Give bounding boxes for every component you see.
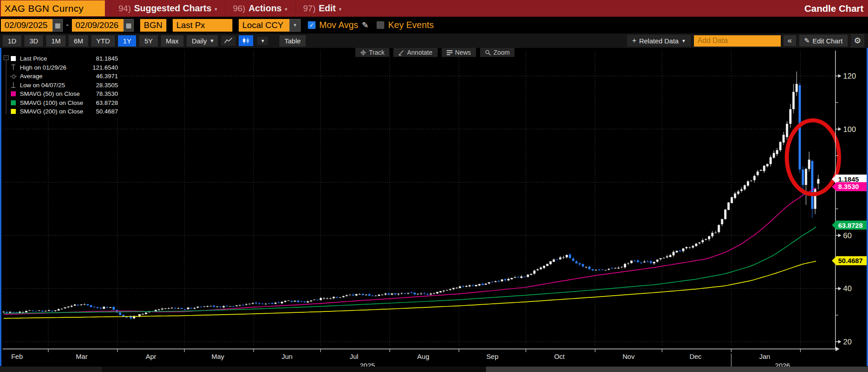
end-date-field[interactable]: 02/09/2026: [72, 19, 123, 32]
more-chart-types-dropdown[interactable]: ▼: [257, 37, 268, 45]
price-chart: 120100604020FebMarAprMayJunJulAugSepOctN…: [0, 48, 868, 372]
menu-bar: 94) Suggested Charts ▾ 96) Actions ▾ 97)…: [110, 0, 349, 17]
news-tool-button[interactable]: News: [442, 48, 476, 57]
svg-text:Jan: Jan: [759, 353, 770, 360]
legend-series-label: Low on 04/07/25: [20, 82, 88, 89]
settings-gear-icon[interactable]: ⚙: [851, 34, 864, 47]
news-icon: [447, 50, 453, 56]
menu-label: Actions: [249, 3, 282, 14]
page-title: Candle Chart: [804, 0, 868, 17]
legend-series-value: 121.6540: [88, 64, 118, 71]
collapse-panel-button[interactable]: «: [783, 35, 796, 46]
menu-suggested-charts[interactable]: 94) Suggested Charts ▾: [110, 0, 225, 17]
legend-collapse-icon[interactable]: −: [4, 55, 9, 60]
key-events-checkbox[interactable]: ✓: [377, 21, 384, 29]
legend-item[interactable]: SMAVG (200) on Close50.4687: [4, 107, 118, 116]
svg-text:50.4687: 50.4687: [838, 257, 863, 264]
toolbar-right-group: + Related Data ▼ « ✎ Edit Chart ⚙: [627, 34, 865, 47]
svg-text:May: May: [212, 353, 225, 360]
edit-pencil-icon[interactable]: ✎: [362, 20, 368, 30]
svg-text:Nov: Nov: [623, 353, 635, 360]
bottom-strip-middle: [102, 367, 486, 372]
price-field-selector[interactable]: Last Px: [173, 19, 232, 32]
bottom-strip-right: [486, 367, 868, 372]
legend-series-label: High on 01/29/26: [20, 64, 88, 71]
pricing-source-field[interactable]: BGN: [140, 19, 166, 32]
chevron-down-icon[interactable]: ▼: [289, 19, 301, 32]
range-button-5y[interactable]: 5Y: [139, 35, 157, 47]
chart-panel: 120100604020FebMarAprMayJunJulAugSepOctN…: [0, 48, 868, 372]
track-tool-button[interactable]: Track: [355, 48, 389, 57]
range-button-ytd[interactable]: YTD: [91, 35, 115, 47]
legend-series-icon: [10, 91, 17, 97]
menu-label: Suggested Charts: [134, 3, 211, 14]
mov-avgs-label: Mov Avgs: [319, 20, 358, 30]
range-button-max[interactable]: Max: [161, 35, 184, 47]
line-chart-icon: [224, 38, 232, 44]
legend-series-value: 28.3505: [88, 82, 118, 89]
legend-series-icon: [10, 100, 17, 106]
svg-text:60: 60: [843, 231, 852, 240]
chart-tools-bar: TrackAnnotateNewsZoom: [355, 48, 514, 57]
legend-series-icon: [10, 108, 17, 114]
range-button-6m[interactable]: 6M: [69, 35, 88, 47]
bottom-strip-left: [0, 367, 102, 372]
calendar-icon[interactable]: ▦: [52, 19, 63, 32]
legend-item[interactable]: Average46.3971: [4, 72, 118, 81]
legend-item[interactable]: SMAVG (100) on Close63.8728: [4, 99, 118, 108]
edit-chart-label: Edit Chart: [812, 37, 843, 45]
start-date-field[interactable]: 02/09/2025: [1, 19, 52, 32]
svg-text:1.1845: 1.1845: [838, 175, 859, 183]
range-button-group: 1D3D1M6MYTD1Y5YMax: [3, 35, 187, 47]
candle-chart-icon: [242, 37, 250, 44]
calendar-icon[interactable]: ▦: [123, 19, 134, 32]
periodicity-dropdown[interactable]: Daily ▼: [187, 35, 218, 47]
zoom-tool-button[interactable]: Zoom: [480, 48, 515, 57]
table-label: Table: [284, 37, 301, 45]
tool-label: Track: [369, 49, 384, 56]
add-data-input[interactable]: [694, 35, 781, 47]
legend-series-icon: [10, 56, 17, 61]
legend-series-value: 46.3971: [88, 73, 118, 80]
menu-actions[interactable]: 96) Actions ▾: [225, 0, 295, 17]
legend-item[interactable]: Last Price81.1845: [4, 54, 118, 63]
svg-text:120: 120: [843, 72, 856, 80]
legend-series-value: 50.4687: [88, 108, 118, 115]
svg-text:Apr: Apr: [146, 353, 156, 360]
range-button-1y[interactable]: 1Y: [118, 35, 136, 47]
tool-label: Zoom: [494, 49, 510, 56]
key-events-label: Key Events: [388, 20, 434, 30]
svg-text:40: 40: [843, 284, 852, 293]
legend-item[interactable]: High on 01/29/26121.6540: [4, 63, 118, 72]
related-data-dropdown[interactable]: + Related Data ▼: [627, 35, 691, 47]
line-chart-type-button[interactable]: [221, 36, 236, 46]
range-button-1m[interactable]: 1M: [46, 35, 66, 47]
svg-text:Sep: Sep: [486, 353, 499, 360]
range-button-1d[interactable]: 1D: [3, 35, 21, 47]
legend-item[interactable]: Low on 04/07/2528.3505: [4, 81, 118, 90]
menu-number: 96): [233, 4, 245, 14]
menu-number: 97): [303, 4, 316, 14]
table-button[interactable]: Table: [279, 35, 306, 47]
bloomberg-terminal-window: XAG BGN Curncy 94) Suggested Charts ▾ 96…: [0, 0, 868, 372]
svg-text:Jun: Jun: [282, 353, 292, 360]
legend-series-label: Last Price: [20, 55, 88, 62]
candle-chart-type-button[interactable]: [239, 35, 253, 46]
svg-text:100: 100: [843, 125, 856, 134]
svg-text:8.3530: 8.3530: [838, 183, 859, 190]
currency-selector[interactable]: Local CCY: [239, 19, 289, 32]
track-icon: [360, 50, 366, 56]
svg-text:Dec: Dec: [689, 353, 702, 360]
date-range-dash: -: [66, 20, 69, 30]
svg-text:Oct: Oct: [554, 353, 565, 360]
annotate-tool-button[interactable]: Annotate: [393, 48, 437, 57]
pencil-icon: ✎: [804, 37, 810, 45]
ticker-input[interactable]: XAG BGN Curncy: [1, 0, 105, 16]
legend-item[interactable]: SMAVG (50) on Close78.3530: [4, 89, 118, 99]
legend-series-value: 63.8728: [88, 99, 118, 106]
mov-avgs-checkbox[interactable]: ✓: [308, 21, 316, 29]
periodicity-label: Daily: [192, 37, 207, 45]
range-button-3d[interactable]: 3D: [24, 35, 43, 47]
edit-chart-button[interactable]: ✎ Edit Chart: [799, 35, 848, 47]
menu-edit[interactable]: 97) Edit ▾: [295, 0, 349, 17]
